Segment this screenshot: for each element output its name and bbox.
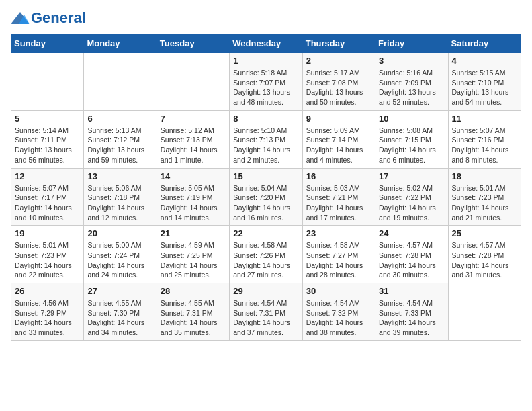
day-info: Sunrise: 5:03 AMSunset: 7:21 PMDaylight:…: [306, 183, 371, 223]
weekday-header: Saturday: [448, 34, 521, 53]
calendar-week-row: 19Sunrise: 5:01 AMSunset: 7:23 PMDayligh…: [11, 226, 521, 283]
calendar-cell: 9Sunrise: 5:09 AMSunset: 7:14 PMDaylight…: [302, 110, 375, 168]
day-number: 21: [161, 228, 226, 238]
weekday-header: Thursday: [302, 34, 375, 53]
day-info: Sunrise: 5:05 AMSunset: 7:19 PMDaylight:…: [161, 183, 226, 223]
calendar-cell: 20Sunrise: 5:00 AMSunset: 7:24 PMDayligh…: [84, 226, 157, 283]
calendar-cell: 8Sunrise: 5:10 AMSunset: 7:13 PMDaylight…: [230, 110, 302, 168]
calendar-cell: 25Sunrise: 4:57 AMSunset: 7:28 PMDayligh…: [448, 226, 521, 283]
calendar-cell: 30Sunrise: 4:54 AMSunset: 7:32 PMDayligh…: [302, 283, 375, 341]
day-info: Sunrise: 5:13 AMSunset: 7:12 PMDaylight:…: [87, 126, 152, 165]
calendar-cell: 22Sunrise: 4:58 AMSunset: 7:26 PMDayligh…: [230, 226, 302, 283]
day-number: 25: [452, 228, 517, 238]
day-info: Sunrise: 5:01 AMSunset: 7:23 PMDaylight:…: [15, 240, 80, 280]
day-number: 6: [87, 113, 152, 124]
day-info: Sunrise: 5:06 AMSunset: 7:18 PMDaylight:…: [87, 183, 152, 223]
day-info: Sunrise: 5:08 AMSunset: 7:15 PMDaylight:…: [379, 126, 444, 165]
weekday-header: Monday: [84, 34, 157, 53]
weekday-header: Friday: [375, 34, 448, 53]
calendar-cell: 31Sunrise: 4:54 AMSunset: 7:33 PMDayligh…: [375, 283, 448, 341]
day-info: Sunrise: 5:07 AMSunset: 7:16 PMDaylight:…: [452, 126, 517, 165]
day-number: 5: [15, 113, 80, 124]
calendar-cell: 19Sunrise: 5:01 AMSunset: 7:23 PMDayligh…: [11, 226, 84, 283]
day-info: Sunrise: 4:59 AMSunset: 7:25 PMDaylight:…: [161, 240, 226, 280]
logo-icon: [11, 12, 30, 24]
calendar-week-row: 1Sunrise: 5:18 AMSunset: 7:07 PMDaylight…: [11, 53, 521, 111]
day-info: Sunrise: 5:01 AMSunset: 7:23 PMDaylight:…: [452, 183, 517, 223]
day-info: Sunrise: 5:04 AMSunset: 7:20 PMDaylight:…: [233, 183, 298, 223]
calendar-table: SundayMondayTuesdayWednesdayThursdayFrid…: [11, 34, 521, 341]
day-number: 24: [379, 228, 444, 238]
calendar-cell: 29Sunrise: 4:54 AMSunset: 7:31 PMDayligh…: [230, 283, 302, 341]
day-number: 19: [15, 228, 80, 238]
day-info: Sunrise: 5:07 AMSunset: 7:17 PMDaylight:…: [15, 183, 80, 223]
page-header: General: [11, 11, 521, 26]
day-number: 31: [379, 286, 444, 296]
day-info: Sunrise: 4:58 AMSunset: 7:27 PMDaylight:…: [306, 240, 371, 280]
day-info: Sunrise: 4:54 AMSunset: 7:32 PMDaylight:…: [306, 298, 371, 338]
day-info: Sunrise: 5:17 AMSunset: 7:08 PMDaylight:…: [306, 68, 371, 107]
day-number: 12: [15, 171, 80, 181]
calendar-week-row: 12Sunrise: 5:07 AMSunset: 7:17 PMDayligh…: [11, 168, 521, 226]
calendar-cell: 4Sunrise: 5:15 AMSunset: 7:10 PMDaylight…: [448, 53, 521, 111]
calendar-cell: [84, 53, 157, 111]
day-info: Sunrise: 5:15 AMSunset: 7:10 PMDaylight:…: [452, 68, 517, 107]
day-number: 4: [452, 56, 517, 66]
day-number: 17: [379, 171, 444, 181]
day-info: Sunrise: 4:58 AMSunset: 7:26 PMDaylight:…: [233, 240, 298, 280]
day-info: Sunrise: 5:14 AMSunset: 7:11 PMDaylight:…: [15, 126, 80, 165]
day-number: 7: [161, 113, 226, 124]
calendar-cell: [11, 53, 84, 111]
calendar-cell: 12Sunrise: 5:07 AMSunset: 7:17 PMDayligh…: [11, 168, 84, 226]
day-number: 15: [233, 171, 298, 181]
calendar-cell: 6Sunrise: 5:13 AMSunset: 7:12 PMDaylight…: [84, 110, 157, 168]
day-info: Sunrise: 5:10 AMSunset: 7:13 PMDaylight:…: [233, 126, 298, 165]
calendar-cell: 23Sunrise: 4:58 AMSunset: 7:27 PMDayligh…: [302, 226, 375, 283]
day-info: Sunrise: 4:56 AMSunset: 7:29 PMDaylight:…: [15, 298, 80, 338]
calendar-cell: 13Sunrise: 5:06 AMSunset: 7:18 PMDayligh…: [84, 168, 157, 226]
calendar-cell: 1Sunrise: 5:18 AMSunset: 7:07 PMDaylight…: [230, 53, 302, 111]
calendar-cell: 14Sunrise: 5:05 AMSunset: 7:19 PMDayligh…: [157, 168, 229, 226]
day-number: 8: [233, 113, 298, 124]
calendar-cell: [448, 283, 521, 341]
calendar-cell: 7Sunrise: 5:12 AMSunset: 7:13 PMDaylight…: [157, 110, 229, 168]
calendar-cell: 5Sunrise: 5:14 AMSunset: 7:11 PMDaylight…: [11, 110, 84, 168]
day-info: Sunrise: 4:57 AMSunset: 7:28 PMDaylight:…: [379, 240, 444, 280]
logo: General: [11, 11, 86, 26]
calendar-week-row: 5Sunrise: 5:14 AMSunset: 7:11 PMDaylight…: [11, 110, 521, 168]
weekday-header: Sunday: [11, 34, 84, 53]
logo-text: General: [31, 11, 86, 26]
day-info: Sunrise: 5:16 AMSunset: 7:09 PMDaylight:…: [379, 68, 444, 107]
day-number: 23: [306, 228, 371, 238]
day-number: 18: [452, 171, 517, 181]
day-number: 28: [161, 286, 226, 296]
day-number: 11: [452, 113, 517, 124]
day-number: 3: [379, 56, 444, 66]
day-info: Sunrise: 4:55 AMSunset: 7:30 PMDaylight:…: [87, 298, 152, 338]
day-number: 9: [306, 113, 371, 124]
weekday-header: Wednesday: [230, 34, 302, 53]
day-info: Sunrise: 5:09 AMSunset: 7:14 PMDaylight:…: [306, 126, 371, 165]
calendar-cell: 27Sunrise: 4:55 AMSunset: 7:30 PMDayligh…: [84, 283, 157, 341]
calendar-cell: [157, 53, 229, 111]
day-number: 14: [161, 171, 226, 181]
calendar-cell: 2Sunrise: 5:17 AMSunset: 7:08 PMDaylight…: [302, 53, 375, 111]
calendar-cell: 26Sunrise: 4:56 AMSunset: 7:29 PMDayligh…: [11, 283, 84, 341]
calendar-cell: 18Sunrise: 5:01 AMSunset: 7:23 PMDayligh…: [448, 168, 521, 226]
day-number: 30: [306, 286, 371, 296]
day-number: 29: [233, 286, 298, 296]
day-info: Sunrise: 5:12 AMSunset: 7:13 PMDaylight:…: [161, 126, 226, 165]
calendar-cell: 11Sunrise: 5:07 AMSunset: 7:16 PMDayligh…: [448, 110, 521, 168]
day-info: Sunrise: 4:55 AMSunset: 7:31 PMDaylight:…: [161, 298, 226, 338]
day-info: Sunrise: 4:54 AMSunset: 7:31 PMDaylight:…: [233, 298, 298, 338]
calendar-cell: 17Sunrise: 5:02 AMSunset: 7:22 PMDayligh…: [375, 168, 448, 226]
day-number: 26: [15, 286, 80, 296]
calendar-cell: 24Sunrise: 4:57 AMSunset: 7:28 PMDayligh…: [375, 226, 448, 283]
calendar-cell: 21Sunrise: 4:59 AMSunset: 7:25 PMDayligh…: [157, 226, 229, 283]
day-number: 2: [306, 56, 371, 66]
day-number: 16: [306, 171, 371, 181]
calendar-cell: 28Sunrise: 4:55 AMSunset: 7:31 PMDayligh…: [157, 283, 229, 341]
day-info: Sunrise: 5:00 AMSunset: 7:24 PMDaylight:…: [87, 240, 152, 280]
calendar-week-row: 26Sunrise: 4:56 AMSunset: 7:29 PMDayligh…: [11, 283, 521, 341]
day-number: 13: [87, 171, 152, 181]
